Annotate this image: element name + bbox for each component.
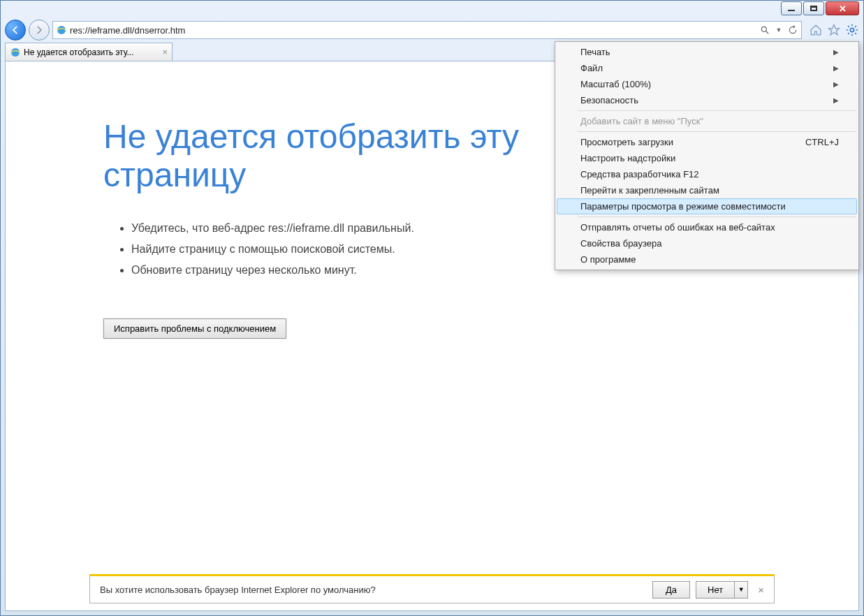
menu-item-label: Перейти к закрепленным сайтам — [580, 185, 719, 196]
menu-item[interactable]: Просмотреть загрузкиCTRL+J — [557, 134, 857, 150]
menu-item[interactable]: О программе — [557, 251, 857, 267]
forward-button[interactable] — [29, 20, 50, 41]
navigation-bar: ▼ — [5, 19, 859, 41]
forward-arrow-icon — [34, 25, 44, 35]
submenu-arrow-icon: ▶ — [833, 48, 839, 56]
menu-item[interactable]: Свойства браузера — [557, 235, 857, 251]
minimize-button[interactable] — [781, 1, 802, 15]
ie-icon — [56, 24, 67, 36]
window-controls: ✕ — [781, 1, 859, 15]
toolbar-icons — [809, 23, 859, 37]
submenu-arrow-icon: ▶ — [833, 80, 839, 88]
favorites-icon[interactable] — [827, 23, 841, 37]
maximize-button[interactable] — [803, 1, 824, 15]
back-button[interactable] — [5, 20, 26, 41]
menu-separator — [578, 131, 856, 132]
menu-item-label: Добавить сайт в меню "Пуск" — [580, 116, 703, 126]
ie-icon — [10, 47, 21, 58]
minimize-icon — [788, 10, 795, 11]
notification-no-button[interactable]: Нет — [696, 581, 734, 599]
menu-item: Добавить сайт в меню "Пуск" — [557, 113, 857, 129]
menu-shortcut: CTRL+J — [805, 137, 839, 147]
menu-item-label: Масштаб (100%) — [580, 79, 651, 89]
url-input[interactable] — [70, 25, 756, 36]
menu-item[interactable]: Параметры просмотра в режиме совместимос… — [557, 198, 857, 214]
menu-separator — [578, 110, 856, 111]
menu-item-label: Средства разработчика F12 — [580, 169, 699, 179]
menu-item-label: Свойства браузера — [580, 238, 661, 249]
menu-item[interactable]: Отправлять отчеты об ошибках на веб-сайт… — [557, 219, 857, 235]
notification-close-icon[interactable]: × — [758, 584, 764, 596]
browser-tab[interactable]: Не удается отобразить эту... × — [5, 43, 173, 61]
notification-no-dropdown[interactable]: ▼ — [734, 581, 748, 599]
tools-icon[interactable] — [845, 23, 859, 37]
menu-item[interactable]: Средства разработчика F12 — [557, 166, 857, 182]
submenu-arrow-icon: ▶ — [833, 64, 839, 72]
error-heading: Не удается отобразить эту страницу — [103, 117, 606, 194]
browser-window: ✕ ▼ — [0, 0, 864, 616]
tab-close-icon[interactable]: × — [162, 47, 168, 57]
refresh-icon[interactable] — [787, 24, 798, 36]
close-icon: ✕ — [839, 4, 847, 13]
search-dropdown-icon[interactable]: ▼ — [773, 24, 784, 36]
menu-item-label: Безопасность — [580, 95, 638, 105]
svg-point-3 — [850, 28, 854, 31]
svg-point-1 — [761, 27, 766, 31]
menu-item[interactable]: Перейти к закрепленным сайтам — [557, 182, 857, 198]
svg-point-4 — [11, 48, 20, 57]
tools-menu: Печать▶Файл▶Масштаб (100%)▶Безопасность▶… — [555, 41, 859, 270]
submenu-arrow-icon: ▶ — [833, 96, 839, 104]
menu-item-label: Печать — [580, 47, 610, 57]
svg-line-2 — [766, 31, 769, 34]
home-icon[interactable] — [809, 23, 823, 37]
menu-item-label: Параметры просмотра в режиме совместимос… — [580, 201, 786, 212]
notification-yes-button[interactable]: Да — [652, 581, 690, 599]
menu-item-label: О программе — [580, 254, 636, 265]
notification-text: Вы хотите использовать браузер Internet … — [100, 585, 647, 595]
maximize-icon — [810, 6, 817, 11]
default-browser-notification: Вы хотите использовать браузер Internet … — [89, 574, 775, 603]
close-window-button[interactable]: ✕ — [826, 1, 859, 15]
menu-item[interactable]: Масштаб (100%)▶ — [557, 76, 857, 92]
menu-item[interactable]: Печать▶ — [557, 44, 857, 60]
fix-connection-button[interactable]: Исправить проблемы с подключением — [103, 318, 286, 339]
menu-item[interactable]: Безопасность▶ — [557, 92, 857, 108]
menu-item-label: Файл — [580, 63, 603, 73]
menu-item-label: Настроить надстройки — [580, 153, 675, 163]
search-icon[interactable] — [759, 24, 770, 36]
address-bar[interactable]: ▼ — [52, 21, 802, 39]
tab-title: Не удается отобразить эту... — [24, 47, 158, 57]
menu-item-label: Отправлять отчеты об ошибках на веб-сайт… — [580, 222, 775, 233]
back-arrow-icon — [10, 25, 20, 35]
menu-separator — [578, 217, 856, 217]
menu-item[interactable]: Файл▶ — [557, 60, 857, 76]
notification-no-split-button: Нет ▼ — [696, 581, 748, 599]
menu-item-label: Просмотреть загрузки — [580, 137, 673, 147]
svg-point-0 — [57, 26, 66, 34]
window-titlebar: ✕ — [1, 1, 863, 17]
menu-item[interactable]: Настроить надстройки — [557, 150, 857, 166]
